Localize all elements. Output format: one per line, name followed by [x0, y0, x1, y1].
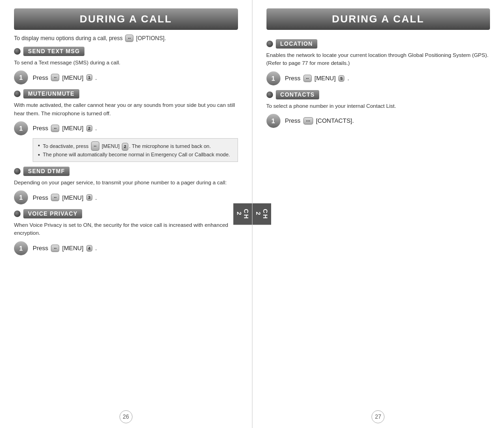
left-page-number: 26 — [119, 410, 133, 423]
mute-note-1-text: To deactivate, press ·· [MENU] 2. The mi… — [43, 141, 211, 151]
menu-num-suffix-location: . — [347, 75, 349, 82]
menu-num-4: 4 — [86, 245, 92, 252]
step-text-3: Press ·· [MENU] 3 . — [33, 194, 97, 201]
mute-note-2: The phone will automatically become norm… — [38, 151, 233, 159]
menu-label-1: [MENU] — [62, 74, 84, 81]
section-label-contacts: CONTACTS — [276, 90, 320, 99]
mute-unmute-step: 1 Press ·· [MENU] 2 . — [14, 121, 238, 135]
step-text-contacts: Press ··· [CONTACTS]. — [285, 117, 354, 125]
left-intro-text: To display menu options during a call, p… — [14, 35, 238, 42]
mute-unmute-desc: With mute activated, the caller cannot h… — [14, 101, 238, 118]
send-text-msg-step: 1 Press ·· [MENU] 1 . — [14, 70, 238, 84]
menu-num-1: 1 — [86, 74, 92, 81]
step-text-location: Press ·· [MENU] 5 . — [285, 75, 350, 82]
press-label-4: Press — [33, 245, 48, 252]
section-voice-privacy: VOICE PRIVACY — [14, 209, 238, 218]
mute-note-1: To deactivate, press ·· [MENU] 2. The mi… — [38, 141, 233, 151]
right-chapter-label: CH — [262, 209, 269, 219]
step-circle-4: 1 — [14, 241, 28, 255]
right-title-bar: DURING A CALL — [266, 8, 490, 30]
menu-num-suffix-3: . — [95, 194, 97, 201]
step-circle-3: 1 — [14, 190, 28, 204]
section-label-mute-unmute: MUTE/UNMUTE — [23, 89, 79, 98]
voice-privacy-desc: When Voice Privacy is set to ON, the sec… — [14, 221, 238, 238]
section-dot-contacts — [266, 91, 273, 98]
section-label-voice-privacy: VOICE PRIVACY — [23, 209, 82, 218]
section-dot-2 — [14, 91, 21, 97]
step-text-2: Press ·· [MENU] 2 . — [33, 125, 97, 132]
voice-privacy-step: 1 Press ·· [MENU] 4 . — [14, 241, 238, 255]
menu-label-location: [MENU] — [315, 75, 336, 82]
press-label-3: Press — [33, 194, 48, 201]
menu-key-3: ·· — [51, 194, 59, 201]
left-page-content: To display menu options during a call, p… — [0, 30, 252, 410]
section-mute-unmute: MUTE/UNMUTE — [14, 89, 238, 98]
mute-note-2-text: The phone will automatically become norm… — [43, 151, 230, 159]
section-location: LOCATION — [266, 39, 490, 49]
contacts-label: [CONTACTS]. — [316, 117, 354, 124]
menu-num-suffix-4: . — [95, 245, 97, 252]
location-desc: Enables the network to locate your curre… — [266, 51, 490, 68]
step-text-1: Press ·· [MENU] 1 . — [33, 74, 97, 81]
menu-num-location: 5 — [338, 75, 344, 82]
section-label-location: LOCATION — [276, 39, 318, 49]
section-send-dtmf: SEND DTMF — [14, 167, 238, 176]
deactivate-menu-num: 2 — [122, 143, 128, 151]
send-text-msg-desc: To send a Text message (SMS) during a ca… — [14, 59, 238, 67]
section-dot-4 — [14, 210, 21, 217]
send-dtmf-step: 1 Press ·· [MENU] 3 . — [14, 190, 238, 204]
section-label-send-text-msg: SEND TEXT MSG — [23, 47, 84, 56]
location-step: 1 Press ·· [MENU] 5 . — [266, 71, 490, 85]
contacts-desc: To select a phone number in your interna… — [266, 102, 490, 110]
contacts-step: 1 Press ··· [CONTACTS]. — [266, 114, 490, 128]
press-label-contacts: Press — [285, 117, 301, 124]
step-circle-2: 1 — [14, 121, 28, 135]
send-dtmf-desc: Depending on your pager service, to tran… — [14, 179, 238, 187]
deactivate-menu-key: ·· — [91, 141, 99, 151]
menu-label-3: [MENU] — [62, 194, 84, 201]
left-chapter-number: 2 — [236, 212, 243, 216]
right-page-number: 27 — [371, 410, 385, 423]
menu-label-4: [MENU] — [62, 245, 84, 252]
left-page-title: DURING A CALL — [14, 13, 238, 25]
left-title-bar: DURING A CALL — [14, 8, 238, 30]
mute-unmute-notes: To deactivate, press ·· [MENU] 2. The mi… — [33, 138, 238, 162]
section-dot-3 — [14, 168, 21, 175]
right-page-title: DURING A CALL — [266, 13, 490, 25]
right-page: DURING A CALL LOCATION Enables the netwo… — [252, 0, 504, 428]
menu-key-4: ·· — [51, 245, 59, 252]
menu-label-2: [MENU] — [62, 125, 84, 132]
step-circle-1: 1 — [14, 70, 28, 84]
right-page-content: LOCATION Enables the network to locate y… — [252, 30, 504, 410]
section-dot-location — [266, 41, 273, 47]
section-dot-1 — [14, 48, 21, 55]
step-circle-contacts: 1 — [266, 114, 280, 128]
press-label-2: Press — [33, 125, 48, 132]
menu-key-1: ·· — [51, 74, 59, 81]
press-label-location: Press — [285, 75, 301, 82]
right-chapter-number: 2 — [255, 212, 262, 216]
left-chapter-label: CH — [243, 209, 250, 219]
section-send-text-msg: SEND TEXT MSG — [14, 47, 238, 56]
right-chapter-tab: CH 2 — [252, 203, 271, 225]
left-page: DURING A CALL To display menu options du… — [0, 0, 252, 428]
step-text-4: Press ·· [MENU] 4 . — [33, 245, 97, 252]
menu-num-3: 3 — [86, 194, 92, 201]
press-label-1: Press — [33, 74, 48, 81]
section-label-send-dtmf: SEND DTMF — [23, 167, 70, 176]
section-contacts: CONTACTS — [266, 90, 490, 99]
menu-num-suffix-2: . — [95, 125, 97, 132]
contacts-key: ··· — [303, 117, 313, 125]
options-key: ·· — [125, 35, 133, 42]
left-chapter-tab: CH 2 — [233, 203, 252, 225]
menu-key-2: ·· — [51, 125, 59, 132]
step-circle-location: 1 — [266, 71, 280, 85]
menu-num-suffix-1: . — [95, 74, 97, 81]
menu-key-location: ·· — [303, 75, 312, 82]
menu-num-2: 2 — [86, 125, 92, 132]
